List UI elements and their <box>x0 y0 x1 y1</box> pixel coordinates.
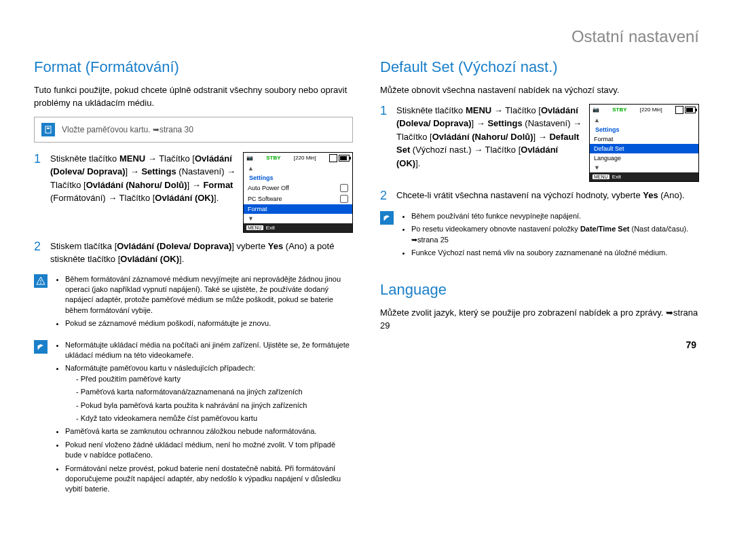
note-icon-right <box>380 211 394 225</box>
step-number-2r: 2 <box>380 189 390 203</box>
step-number-1r: 1 <box>380 104 390 118</box>
step1r-body: Stiskněte tlačítko MENU → Tlačítko [Ovlá… <box>396 104 582 170</box>
svg-rect-0 <box>45 126 51 133</box>
lcd-screenshot-left: 📷 STBY [220 Min] ▲ Settings Auto Power O… <box>243 152 353 233</box>
intro-format: Tuto funkci použijte, pokud chcete úplně… <box>34 84 353 110</box>
svg-point-3 <box>40 282 41 284</box>
column-right: Default Set (Výchozí nast.) Můžete obnov… <box>380 58 699 506</box>
page-number: 79 <box>380 339 699 350</box>
insert-card-text: Vložte paměťovou kartu. ➥strana 30 <box>62 125 193 134</box>
intro-default: Můžete obnovit všechna nastavení nabídek… <box>380 84 699 97</box>
column-left: Format (Formátování) Tuto funkci použijt… <box>34 58 353 506</box>
step-number-2: 2 <box>34 240 43 254</box>
notes-right: Během používání této funkce nevypínejte … <box>400 211 699 261</box>
heading-default-set: Default Set (Výchozí nast.) <box>380 58 699 76</box>
svg-rect-1 <box>47 128 50 129</box>
step-number-1: 1 <box>34 152 43 166</box>
step1-body: Stiskněte tlačítko MENU → Tlačítko [Ovlá… <box>50 152 236 205</box>
page-title: Ostatní nastavení <box>34 27 699 46</box>
note-icon <box>34 340 48 354</box>
step2r-body: Chcete-li vrátit všechna nastavení na vý… <box>396 189 699 202</box>
warning-icon <box>34 274 48 288</box>
notes-left: Neformátujte ukládací média na počítači … <box>54 340 353 498</box>
insert-card-box: Vložte paměťovou kartu. ➥strana 30 <box>34 117 353 143</box>
heading-format: Format (Formátování) <box>34 58 353 76</box>
warning-body: Během formátování záznamové médium nevyj… <box>54 274 353 332</box>
heading-language: Language <box>380 281 699 299</box>
intro-language: Můžete zvolit jazyk, který se použije pr… <box>380 307 699 333</box>
step2-body: Stiskem tlačítka [Ovládání (Doleva/ Dopr… <box>50 240 353 266</box>
media-icon <box>41 123 55 136</box>
lcd-screenshot-right: 📷 STBY [220 Min] ▲ Settings Format Defau… <box>589 104 699 182</box>
